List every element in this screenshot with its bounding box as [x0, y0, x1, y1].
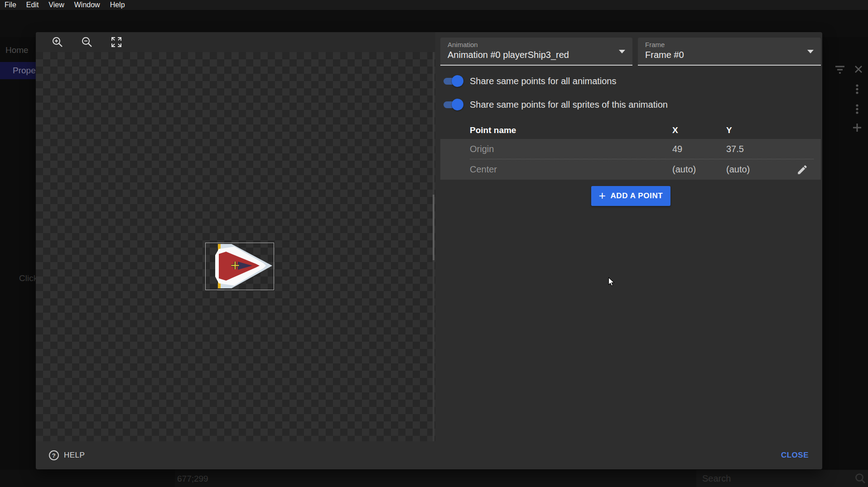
point-x-value[interactable]: (auto) [672, 164, 726, 175]
animation-select-value: Animation #0 playerShip3_red [448, 50, 632, 60]
kebab-menu-icon [856, 84, 858, 94]
point-y-value[interactable]: 37.5 [726, 144, 775, 154]
edit-points-dialog: Animation Animation #0 playerShip3_red F… [36, 32, 822, 469]
y-header: Y [726, 125, 775, 135]
zoom-in-button[interactable] [51, 36, 64, 48]
x-header: X [672, 125, 726, 135]
search-bar [696, 470, 868, 487]
point-name: Center [470, 164, 672, 175]
menu-window[interactable]: Window [74, 1, 100, 9]
app-window: File Edit View Window Help PREVIEW PUBLI… [0, 0, 868, 487]
share-points-all-sprites-label: Share same points for all sprites of thi… [470, 100, 668, 110]
share-points-animations-row: Share same points for all animations [440, 74, 617, 88]
canvas-scrollbar-thumb[interactable] [433, 195, 434, 260]
dialog-footer: ? HELP CLOSE [36, 441, 822, 469]
menu-bar: File Edit View Window Help [0, 0, 868, 10]
search-input [696, 473, 839, 484]
animation-select[interactable]: Animation Animation #0 playerShip3_red [440, 38, 632, 66]
point-row-center[interactable]: Center (auto) (auto) [440, 159, 821, 180]
zoom-out-button[interactable] [81, 36, 93, 48]
help-label: HELP [64, 451, 85, 460]
close-button[interactable]: CLOSE [773, 446, 817, 464]
points-table-header: Point name X Y [440, 121, 821, 139]
chevron-down-icon [807, 50, 814, 53]
filter-icon [835, 67, 844, 73]
properties-panel-icons [834, 65, 864, 137]
share-points-all-animations-toggle[interactable] [443, 77, 463, 85]
kebab-menu-icon-2 [856, 104, 858, 114]
help-button[interactable]: ? HELP [46, 449, 87, 461]
frame-select[interactable]: Frame Frame #0 [638, 38, 821, 66]
frame-select-value: Frame #0 [645, 50, 821, 60]
menu-file[interactable]: File [5, 1, 16, 9]
chevron-down-icon [619, 50, 625, 53]
zoom-in-icon [51, 36, 64, 48]
menu-edit[interactable]: Edit [26, 1, 39, 9]
tab-properties-label: Proper [13, 66, 39, 76]
svg-text:?: ? [52, 452, 56, 459]
cursor-coordinates: 677;299 [177, 474, 208, 484]
mouse-cursor [608, 277, 617, 287]
background-hint-text: Click [19, 273, 38, 283]
point-name: Origin [470, 144, 672, 154]
menu-view[interactable]: View [48, 1, 64, 9]
search-icon [854, 473, 866, 484]
point-y-value[interactable]: (auto) [726, 164, 775, 175]
fit-view-icon [110, 36, 123, 48]
status-left-segment [0, 470, 175, 487]
toggle-thumb [452, 99, 463, 110]
share-points-sprites-row: Share same points for all sprites of thi… [440, 98, 668, 111]
pencil-icon [796, 164, 808, 176]
add-point-button[interactable]: + ADD A POINT [591, 186, 670, 206]
help-icon: ? [48, 450, 59, 461]
edit-point-button[interactable] [783, 164, 821, 176]
share-points-all-sprites-toggle[interactable] [443, 100, 463, 109]
menu-help[interactable]: Help [110, 1, 125, 9]
zoom-out-icon [81, 36, 93, 48]
add-icon [853, 124, 861, 132]
toggle-thumb [452, 75, 463, 87]
point-row-origin[interactable]: Origin 49 37.5 [440, 139, 821, 159]
sprite-canvas[interactable] [36, 52, 435, 441]
point-x-value[interactable]: 49 [672, 144, 726, 154]
points-panel: Animation Animation #0 playerShip3_red F… [440, 32, 821, 441]
sprite-selection-box[interactable] [205, 243, 274, 290]
fit-view-button[interactable] [110, 36, 123, 48]
sprite-preview [206, 243, 274, 290]
canvas-toolbar [36, 32, 435, 52]
close-panel-icon [855, 66, 862, 72]
frame-select-label: Frame [645, 41, 821, 48]
point-name-header: Point name [470, 125, 672, 135]
animation-select-label: Animation [448, 41, 632, 48]
tab-home: Home [5, 45, 29, 55]
share-points-all-animations-label: Share same points for all animations [470, 76, 617, 86]
add-point-label: ADD A POINT [610, 191, 663, 201]
